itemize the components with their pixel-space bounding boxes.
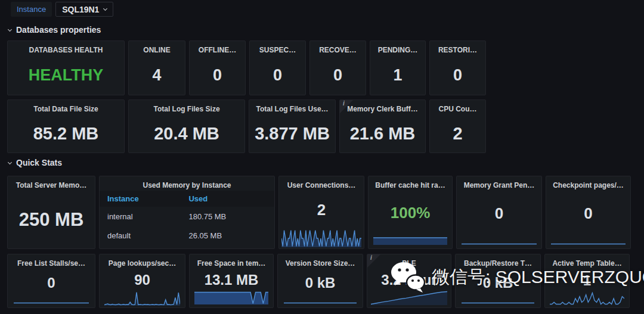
info-icon[interactable]: i <box>340 100 353 113</box>
panel-used-memory-by-instance: Used Memory by Instance Instance Used in… <box>99 176 275 249</box>
column-header-used[interactable]: Used <box>188 194 274 203</box>
sparkline-chart <box>373 235 447 245</box>
instance-dropdown[interactable]: SQL19N1 <box>55 2 113 17</box>
panel-memory-grant-pending: Memory Grant Pen… 0 <box>456 176 542 249</box>
panel-total-log-files-used: Total Log Files Use… 3.877 MB <box>249 100 336 153</box>
sparkline-chart <box>281 229 361 247</box>
panel-databases-health: DATABASES HEALTH HEALTHY <box>7 41 125 95</box>
cell-used: 180.75 MB <box>188 212 274 221</box>
db-row-1: DATABASES HEALTH HEALTHY ONLINE 4 OFFLIN… <box>7 41 486 95</box>
stat-value: 0 <box>250 55 305 95</box>
stat-value: 0 kB <box>456 269 540 297</box>
panel-total-data-file-size: Total Data File Size 85.2 MB <box>7 100 125 153</box>
sparkline-chart <box>14 297 89 304</box>
panel-version-store-size: Version Store Size… 0 kB <box>277 254 363 308</box>
stat-value: 2 <box>279 191 364 229</box>
panel-online: ONLINE 4 <box>128 41 185 95</box>
sparkline-chart <box>462 297 534 304</box>
stat-value: 0 <box>190 55 245 95</box>
collapse-chevron-icon <box>8 27 12 31</box>
stat-value: 13.1 MB <box>190 269 273 291</box>
panel-memory-clerk-buffer: i Memory Clerk Buff… 21.6 MB <box>339 100 426 153</box>
panel-title[interactable]: Total Data File Size <box>8 100 124 114</box>
stat-value: 0 <box>8 269 95 297</box>
info-icon[interactable]: i <box>367 254 380 268</box>
panel-restoring: RESTORI… 0 <box>429 41 486 95</box>
panel-page-lookups: Page lookups/sec… 90 <box>99 254 185 308</box>
panel-title[interactable]: Backup/Restore T… <box>456 254 540 269</box>
panel-total-server-memory: Total Server Memo… 250 MB <box>7 176 95 249</box>
used-memory-table: Instance Used internal 180.75 MB default… <box>100 191 274 248</box>
sparkline-chart <box>371 291 447 305</box>
stat-value: 4 <box>129 55 185 95</box>
panel-title[interactable]: Free Space in tem… <box>190 254 273 269</box>
table-header-row: Instance Used <box>100 191 274 207</box>
stat-value: 20.4 MB <box>129 114 244 153</box>
stat-value: 0 <box>457 191 541 237</box>
db-row-2: Total Data File Size 85.2 MB Total Log F… <box>7 100 486 153</box>
panel-offline: OFFLINE… 0 <box>189 41 246 95</box>
section-databases-properties[interactable]: Databases properties <box>8 25 101 35</box>
panel-title[interactable]: Used Memory by Instance <box>100 176 274 191</box>
stat-value: 3.877 MB <box>249 114 335 153</box>
panel-title[interactable]: OFFLINE… <box>190 41 245 55</box>
sparkline-chart <box>284 297 357 304</box>
cell-instance: internal <box>100 212 188 221</box>
panel-title[interactable]: DATABASES HEALTH <box>8 41 124 55</box>
stat-value: 21.6 MB <box>340 114 425 153</box>
quick-stats-row-2: Free List Stalls/se… 0 Page lookups/sec…… <box>7 254 630 308</box>
quick-stats-row-1: Total Server Memo… 250 MB Used Memory by… <box>7 176 631 249</box>
collapse-chevron-icon <box>8 160 12 164</box>
template-variable-bar: Instance SQL19N1 <box>11 2 113 17</box>
stat-value: 0 <box>310 55 366 95</box>
panel-title[interactable]: Version Store Size… <box>278 254 363 269</box>
cell-used: 26.05 MB <box>188 231 274 240</box>
panel-title[interactable]: PENDING… <box>370 41 425 55</box>
stat-value: 100% <box>369 191 452 235</box>
panel-title[interactable]: Checkpoint pages/… <box>546 176 630 191</box>
panel-checkpoint-pages: Checkpoint pages/… 0 <box>546 176 631 249</box>
stat-value: 85.2 MB <box>8 114 124 153</box>
panel-title[interactable]: RECOVE… <box>310 41 366 55</box>
panel-ple: i PLE 3.2 hour <box>367 254 451 308</box>
panel-suspect: SUSPEC… 0 <box>249 41 306 95</box>
sparkline-chart <box>551 237 626 245</box>
panel-title[interactable]: Page lookups/sec… <box>100 254 185 269</box>
panel-title[interactable]: CPU Cou… <box>430 100 485 114</box>
sparkline-chart <box>194 291 268 304</box>
panel-title[interactable]: Total Log Files Size <box>129 100 244 114</box>
panel-title[interactable]: Free List Stalls/se… <box>8 254 95 269</box>
stat-value: 250 MB <box>8 191 95 248</box>
sparkline-chart <box>462 237 537 245</box>
stat-value: 0 kB <box>278 269 363 297</box>
panel-title[interactable]: Memory Grant Pen… <box>457 176 541 191</box>
section-quick-stats[interactable]: Quick Stats <box>8 158 62 167</box>
panel-title[interactable]: Total Log Files Use… <box>249 100 335 114</box>
table-row: default 26.05 MB <box>100 226 274 245</box>
instance-dropdown-value: SQL19N1 <box>62 5 99 14</box>
stat-value: HEALTHY <box>8 55 124 95</box>
panel-user-connections: User Connections… 2 <box>278 176 364 249</box>
chevron-down-icon <box>103 7 107 11</box>
stat-value: 1 <box>370 55 425 95</box>
panel-recovering: RECOVE… 0 <box>309 41 366 95</box>
panel-pending: PENDING… 1 <box>370 41 426 95</box>
panel-title[interactable]: SUSPEC… <box>250 41 305 55</box>
cell-instance: default <box>100 231 188 240</box>
panel-title[interactable]: User Connections… <box>279 176 364 191</box>
panel-free-list-stalls: Free List Stalls/se… 0 <box>7 254 95 308</box>
panel-title[interactable]: Buffer cache hit ra… <box>369 176 452 191</box>
panel-title[interactable]: RESTORI… <box>430 41 485 55</box>
panel-title[interactable]: ONLINE <box>129 41 185 55</box>
panel-title[interactable]: Active Temp Table… <box>545 254 629 269</box>
panel-buffer-cache-hit-ratio: Buffer cache hit ra… 100% <box>368 176 453 249</box>
section-title: Quick Stats <box>16 158 62 167</box>
sparkline-chart <box>104 291 180 306</box>
stat-value: 0 <box>546 191 630 237</box>
column-header-instance[interactable]: Instance <box>100 194 188 203</box>
panel-title[interactable]: Total Server Memo… <box>8 176 95 191</box>
panel-backup-restore-throughput: Backup/Restore T… 0 kB <box>455 254 541 308</box>
sparkline-chart <box>550 292 624 305</box>
panel-total-log-files-size: Total Log Files Size 20.4 MB <box>128 100 245 153</box>
instance-variable-label: Instance <box>11 2 52 17</box>
